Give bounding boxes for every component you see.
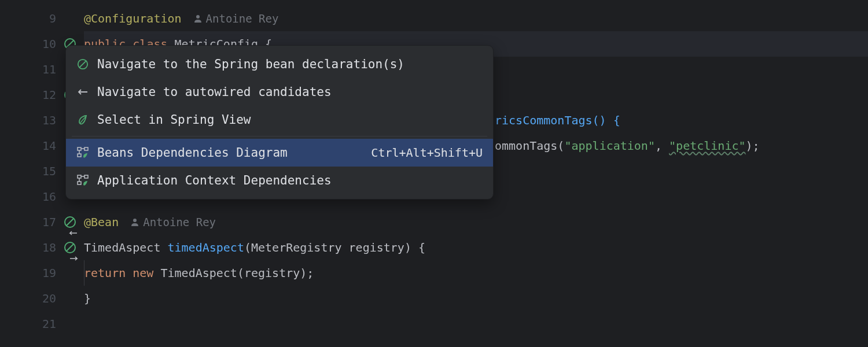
line-number: 12: [39, 88, 56, 102]
gutter-row[interactable]: 12: [0, 82, 61, 108]
line-number: 17: [39, 215, 56, 229]
line-number: 15: [39, 164, 56, 178]
svg-point-8: [196, 15, 200, 19]
gutter-row[interactable]: 9: [0, 6, 61, 31]
gutter-row[interactable]: 21: [0, 311, 61, 337]
popup-item-spring-view[interactable]: Select in Spring View: [66, 106, 493, 134]
line-number: 11: [39, 62, 56, 76]
line-number: 20: [39, 291, 56, 305]
author-hint: Antoine Rey: [193, 12, 279, 25]
diagram-icon: [76, 146, 89, 159]
gutter-row[interactable]: 16: [0, 184, 61, 209]
person-icon: [130, 217, 139, 227]
author-name: Antoine Rey: [143, 216, 216, 228]
gutter-row[interactable]: 14: [0, 133, 61, 158]
line-number: 13: [39, 113, 56, 127]
diagram-icon: [76, 174, 89, 187]
spring-bean-icon: [76, 58, 89, 71]
gutter-row[interactable]: 13: [0, 108, 61, 133]
line-number: 16: [39, 190, 56, 204]
editor-gutter: 9 10 11 12 13 14 15: [0, 0, 61, 347]
annotation: @Configuration: [84, 12, 182, 25]
person-icon: [193, 14, 203, 23]
svg-rect-13: [84, 147, 88, 150]
author-hint: Antoine Rey: [130, 216, 216, 228]
keyboard-shortcut: Ctrl+Alt+Shift+U: [371, 146, 483, 160]
svg-rect-14: [78, 154, 81, 157]
gutter-row[interactable]: 11: [0, 57, 61, 82]
line-number: 9: [39, 12, 56, 25]
popup-divider: [72, 136, 487, 136]
svg-rect-17: [78, 182, 81, 184]
svg-rect-15: [78, 175, 81, 178]
popup-item-autowired[interactable]: Navigate to autowired candidates: [66, 78, 493, 106]
line-number: 14: [39, 139, 56, 153]
svg-line-11: [80, 61, 86, 68]
arrow-left-icon: [76, 86, 89, 98]
gutter-row[interactable]: 15: [0, 158, 61, 184]
gutter-row[interactable]: 19: [0, 260, 61, 286]
gutter-row[interactable]: 18: [0, 235, 61, 260]
popup-item-label: Navigate to autowired candidates: [97, 85, 483, 99]
svg-rect-12: [78, 147, 81, 150]
gutter-row[interactable]: 10: [0, 31, 61, 57]
popup-item-label: Application Context Dependencies: [97, 174, 483, 187]
popup-item-label: Navigate to the Spring bean declaration(…: [97, 57, 483, 71]
line-number: 19: [39, 266, 56, 280]
popup-item-context-deps[interactable]: Application Context Dependencies: [66, 167, 493, 194]
svg-rect-16: [84, 175, 88, 178]
annotation: @Bean: [84, 215, 119, 229]
popup-item-label: Beans Dependencies Diagram: [97, 146, 363, 160]
author-name: Antoine Rey: [206, 12, 279, 25]
gutter-row[interactable]: 17: [0, 209, 61, 235]
svg-point-9: [133, 219, 137, 222]
line-number: 10: [39, 37, 56, 51]
gutter-actions-popup: Navigate to the Spring bean declaration(…: [65, 45, 494, 200]
spring-leaf-icon: [76, 113, 89, 126]
gutter-row[interactable]: 20: [0, 286, 61, 311]
popup-item-beans-diagram[interactable]: Beans Dependencies Diagram Ctrl+Alt+Shif…: [66, 139, 493, 167]
popup-item-navigate-bean[interactable]: Navigate to the Spring bean declaration(…: [66, 50, 493, 78]
popup-item-label: Select in Spring View: [97, 113, 483, 127]
line-number: 18: [39, 241, 56, 254]
line-number: 21: [39, 317, 56, 331]
